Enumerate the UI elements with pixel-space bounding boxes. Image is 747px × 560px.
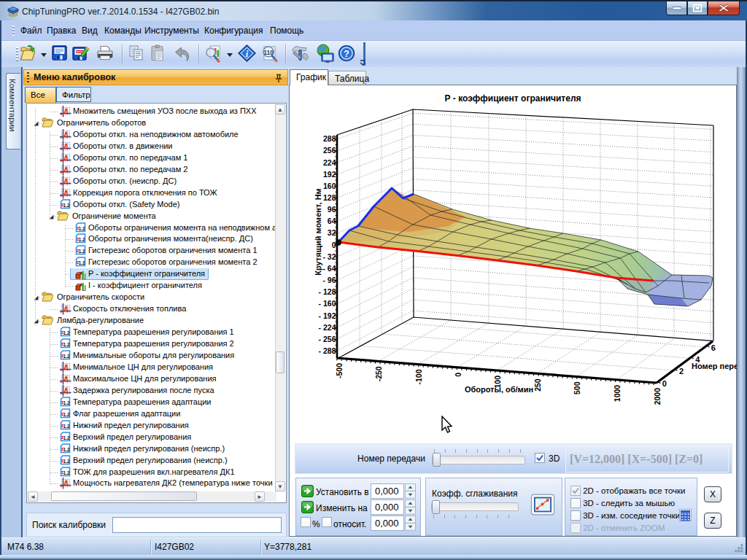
- svg-text:Р - коэффициент ограничителя: Р - коэффициент ограничителя: [444, 93, 581, 104]
- svg-text:- 32: - 32: [322, 252, 336, 261]
- svg-text:1.2: 1.2: [79, 236, 85, 243]
- svg-text:0: 0: [662, 379, 667, 388]
- svg-text:250: 250: [533, 378, 542, 392]
- svg-text:1.2: 1.2: [63, 411, 70, 417]
- svg-text:1.2: 1.2: [63, 353, 70, 359]
- svg-text:1.2: 1.2: [63, 422, 70, 429]
- svg-text:Крутящий момент, Нм: Крутящий момент, Нм: [314, 188, 322, 275]
- svg-text:6: 6: [711, 343, 716, 352]
- svg-text:500: 500: [573, 381, 581, 394]
- svg-text:-500: -500: [335, 363, 344, 378]
- svg-text:32: 32: [328, 228, 336, 237]
- svg-text:- 224: - 224: [319, 323, 336, 332]
- svg-text:- 128: - 128: [319, 287, 336, 296]
- svg-text:288: 288: [323, 134, 336, 143]
- svg-text:96: 96: [328, 205, 336, 214]
- svg-text:1.2: 1.2: [63, 201, 70, 208]
- svg-text:1000: 1000: [613, 385, 622, 402]
- svg-text:1.2: 1.2: [79, 260, 85, 266]
- svg-text:1.2: 1.2: [63, 469, 70, 475]
- svg-text:i: i: [246, 48, 249, 59]
- svg-text:1.2: 1.2: [63, 341, 70, 348]
- svg-text:1.2: 1.2: [63, 434, 70, 440]
- svg-text:256: 256: [323, 146, 336, 155]
- svg-text:1.2: 1.2: [63, 400, 70, 406]
- svg-text:0: 0: [332, 241, 336, 249]
- svg-text:192: 192: [323, 170, 336, 179]
- svg-text:- 160: - 160: [319, 299, 336, 308]
- svg-text:1.2: 1.2: [63, 457, 70, 464]
- svg-text:1.2: 1.2: [63, 330, 70, 336]
- svg-text:128: 128: [323, 193, 336, 202]
- svg-text:- 96: - 96: [322, 276, 336, 284]
- svg-text:1.2: 1.2: [79, 248, 85, 254]
- svg-text:0: 0: [454, 373, 462, 377]
- svg-text:64: 64: [328, 217, 336, 225]
- svg-text:2: 2: [679, 367, 684, 376]
- svg-text:1.2: 1.2: [79, 225, 85, 231]
- svg-text:160: 160: [323, 182, 336, 190]
- svg-text:110: 110: [263, 49, 274, 56]
- svg-text:224: 224: [323, 158, 336, 167]
- svg-text:- 64: - 64: [322, 264, 336, 273]
- svg-text:1.2: 1.2: [63, 446, 70, 452]
- svg-text:- 192: - 192: [319, 311, 336, 320]
- svg-text:?: ?: [344, 48, 349, 59]
- svg-text:-100: -100: [414, 369, 423, 384]
- svg-text:- 288: - 288: [319, 346, 336, 355]
- svg-text:-250: -250: [374, 366, 383, 381]
- svg-text:2000: 2000: [653, 388, 662, 405]
- svg-text:Номер передач: Номер передач: [692, 362, 738, 370]
- svg-text:Обороты, об/мин: Обороты, об/мин: [465, 385, 533, 394]
- svg-text:- 256: - 256: [319, 335, 336, 343]
